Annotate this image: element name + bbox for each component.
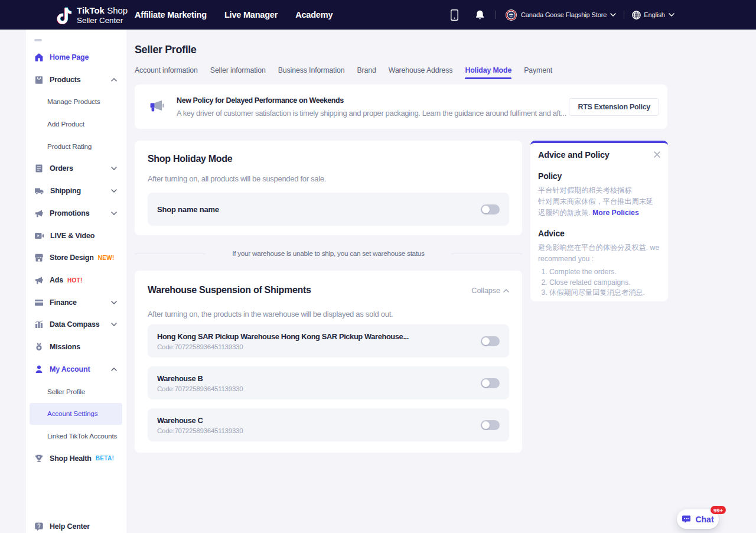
sidebar-item-help-center[interactable]: Help Center <box>26 515 126 533</box>
mobile-app-icon[interactable] <box>451 9 458 21</box>
header-separator <box>496 11 496 19</box>
sidebar-item-linked-tiktok-accounts[interactable]: Linked TikTok Accounts <box>30 425 122 447</box>
shop-health-trophy-icon <box>34 454 44 463</box>
logo-title-light: Shop <box>105 5 128 15</box>
tab-seller-information[interactable]: Seller information <box>210 66 266 79</box>
notifications-bell-icon[interactable] <box>475 10 484 20</box>
sidebar-item-products[interactable]: Products <box>26 69 126 91</box>
divider-line-right <box>451 254 522 254</box>
data-compass-chart-icon <box>34 320 44 329</box>
advice-list-item: Complete the orders. <box>549 267 660 278</box>
chevron-down-icon <box>111 301 117 304</box>
tab-brand[interactable]: Brand <box>357 66 376 79</box>
sidebar-item-shop-health[interactable]: Shop Health BETA! <box>26 447 126 470</box>
holiday-card-subtitle: After turning on, all products will be s… <box>148 174 326 183</box>
warehouse-row-3: Warehouse C Code:7072258936451139330 <box>148 408 509 441</box>
warehouse-row-2: Warehouse B Code:7072258936451139330 <box>148 366 509 399</box>
missions-medal-icon <box>34 342 44 352</box>
store-avatar <box>506 9 517 21</box>
chevron-down-icon <box>111 189 117 193</box>
shop-name-label: Shop name name <box>157 205 219 214</box>
close-icon[interactable] <box>654 150 660 158</box>
shop-holiday-toggle[interactable] <box>481 204 500 214</box>
sidebar-item-store-design[interactable]: Store Design NEW! <box>26 246 126 269</box>
tab-warehouse-address[interactable]: Warehouse Address <box>389 66 453 79</box>
orders-icon <box>34 164 44 173</box>
sidebar-item-shipping[interactable]: Shipping <box>26 180 126 202</box>
language-chevron-down-icon[interactable] <box>669 13 674 17</box>
warehouse-toggle-3[interactable] <box>481 420 500 430</box>
sidebar-item-live-video[interactable]: LIVE & Video <box>26 225 126 247</box>
toggle-knob <box>482 337 490 345</box>
banner-description: A key driver of customer satisfaction is… <box>177 109 566 118</box>
nav-live-manager[interactable]: Live Manager <box>224 10 278 20</box>
store-name[interactable]: Canada Goose Flagship Store <box>521 11 607 18</box>
warehouse-toggle-2[interactable] <box>481 378 500 388</box>
divider-line-left <box>135 254 206 254</box>
sidebar-item-ads[interactable]: Ads HOT! <box>26 269 126 291</box>
sidebar-item-product-rating[interactable]: Product Rating <box>30 135 122 158</box>
sidebar: Home Page Products Manage Products Add P… <box>26 30 126 533</box>
page-title: Seller Profile <box>135 44 196 56</box>
tiktok-shop-logo[interactable]: TikTok Shop Seller Center <box>57 6 128 24</box>
sidebar-item-seller-profile[interactable]: Seller Profile <box>30 381 122 403</box>
collapse-link[interactable]: Collapse <box>471 287 509 295</box>
store-design-icon <box>34 253 44 262</box>
nav-academy[interactable]: Academy <box>295 10 333 20</box>
advice-heading: Advice <box>538 229 660 238</box>
sidebar-collapse-dash[interactable] <box>34 39 42 41</box>
advice-list-item: 休假期间尽量回复消息者消息. <box>549 288 660 298</box>
warehouse-name: Warehouse B <box>157 374 243 383</box>
holiday-card-title: Shop Holiday Mode <box>148 154 232 164</box>
shipping-truck-icon <box>34 186 44 196</box>
warehouse-info: Warehouse C Code:7072258936451139330 <box>157 416 243 434</box>
sidebar-item-manage-products[interactable]: Manage Products <box>30 90 122 113</box>
sidebar-item-account-settings[interactable]: Account Settings <box>30 403 122 425</box>
sidebar-item-my-account[interactable]: My Account <box>26 358 126 381</box>
top-header: TikTok Shop Seller Center Affiliate Mark… <box>0 0 756 30</box>
rts-extension-policy-button[interactable]: RTS Extension Policy <box>569 98 659 116</box>
tab-bar: Account information Seller information B… <box>135 66 552 79</box>
logo-text: TikTok Shop Seller Center <box>77 6 128 24</box>
sidebar-item-orders[interactable]: Orders <box>26 158 126 180</box>
chat-label: Chat <box>695 515 713 524</box>
sidebar-item-add-product[interactable]: Add Product <box>30 113 122 135</box>
warehouse-code: Code:7072258936451139330 <box>157 343 409 350</box>
sidebar-item-data-compass[interactable]: Data Compass <box>26 314 126 336</box>
globe-icon <box>632 11 641 20</box>
chat-unread-badge: 99+ <box>711 506 726 514</box>
advice-panel-title: Advice and Policy <box>538 150 610 160</box>
warehouse-card-subtitle: After turning on, the products in the wa… <box>148 310 393 318</box>
tab-payment[interactable]: Payment <box>524 66 552 79</box>
warehouse-suspension-card: Warehouse Suspension of Shipments Collap… <box>135 271 522 453</box>
warehouse-toggle-1[interactable] <box>481 336 500 346</box>
new-badge: NEW! <box>98 255 115 261</box>
tab-account-information[interactable]: Account information <box>135 66 198 79</box>
tab-holiday-mode[interactable]: Holiday Mode <box>465 66 511 79</box>
chevron-up-icon <box>111 368 117 371</box>
divider-text: If your warehouse is unable to ship, you… <box>232 249 424 258</box>
sidebar-item-finance[interactable]: Finance <box>26 291 126 314</box>
home-icon <box>34 53 44 62</box>
policy-line1: 平台针对假期的相关考核指标 <box>538 186 631 194</box>
chevron-down-icon <box>111 212 117 215</box>
beta-badge: BETA! <box>96 455 114 462</box>
more-policies-link[interactable]: More Policies <box>592 209 639 217</box>
warehouse-code: Code:7072258936451139330 <box>157 427 243 434</box>
nav-affiliate-marketing[interactable]: Affiliate Marketing <box>135 10 207 20</box>
logo-title-bold: TikTok <box>77 5 105 15</box>
ads-megaphone-icon <box>34 275 44 285</box>
warehouse-info: Hong Kong SAR Pickup Warehouse Hong Kong… <box>157 332 409 350</box>
header-right: Canada Goose Flagship Store English <box>451 0 674 30</box>
sidebar-item-home-page[interactable]: Home Page <box>26 46 126 69</box>
announcement-megaphone-icon <box>148 98 165 115</box>
store-chevron-down-icon[interactable] <box>610 13 616 17</box>
sidebar-item-promotions[interactable]: Promotions <box>26 202 126 225</box>
warehouse-name: Hong Kong SAR Pickup Warehouse Hong Kong… <box>157 332 409 341</box>
sidebar-item-missions[interactable]: Missions <box>26 336 126 358</box>
chevron-down-icon <box>111 167 117 170</box>
header-nav: Affiliate Marketing Live Manager Academy <box>135 0 333 30</box>
advice-text: 避免影响您在平台的体验分及权益. we recommend you : <box>538 242 660 264</box>
language-label[interactable]: English <box>644 11 664 18</box>
tab-business-information[interactable]: Business Information <box>278 66 345 79</box>
